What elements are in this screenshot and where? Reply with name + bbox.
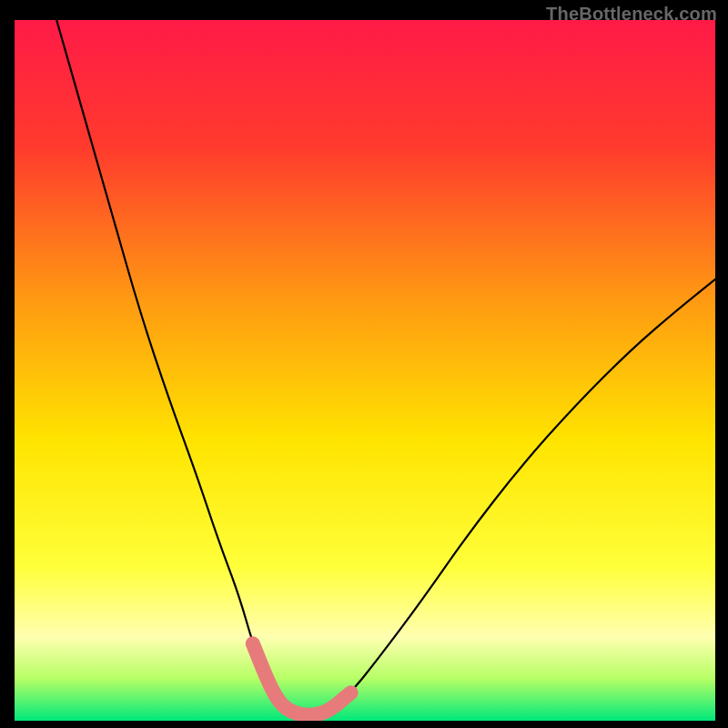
watermark-text: TheBottleneck.com bbox=[546, 4, 717, 25]
bottleneck-chart bbox=[15, 20, 715, 721]
chart-container: TheBottleneck.com bbox=[0, 0, 728, 728]
